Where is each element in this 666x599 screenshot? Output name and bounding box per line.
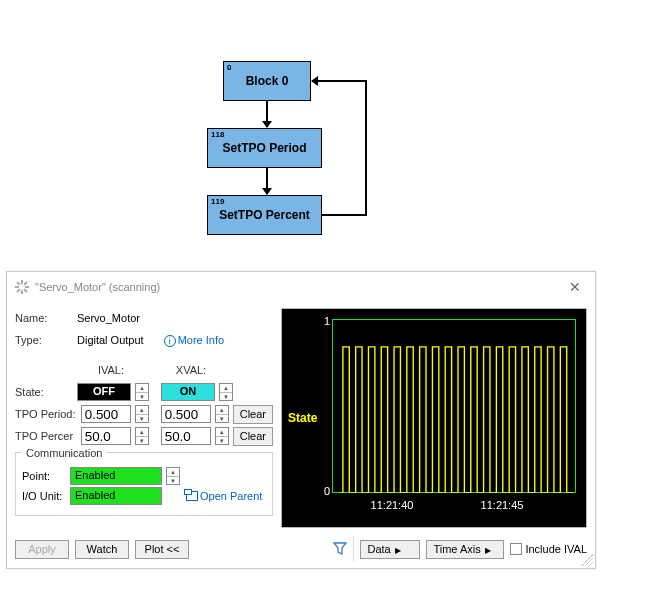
chart-ytick: 0 <box>324 485 330 497</box>
connector-line <box>365 80 367 216</box>
diagram-block[interactable]: 0 Block 0 <box>223 61 311 101</box>
clear-period-button[interactable]: Clear <box>233 405 273 424</box>
chart-xtick: 11:21:40 <box>371 499 414 511</box>
resize-grip[interactable] <box>581 554 593 566</box>
state-label: State: <box>15 386 73 398</box>
data-button[interactable]: Data ▶ <box>360 540 420 559</box>
arrow-icon <box>266 101 268 127</box>
tpo-percent-ival-stepper[interactable]: ▲▼ <box>135 427 149 445</box>
state-xval-stepper[interactable]: ▲▼ <box>219 383 233 401</box>
connector-line <box>322 214 366 216</box>
block-id: 119 <box>211 197 224 206</box>
tpo-period-xval-stepper[interactable]: ▲▼ <box>215 405 229 423</box>
name-label: Name: <box>15 312 73 324</box>
type-label: Type: <box>15 334 73 346</box>
dialog-title: "Servo_Motor" (scanning) <box>35 281 160 293</box>
block-id: 118 <box>211 130 224 139</box>
state-xval-value: ON <box>161 383 215 401</box>
point-label: Point: <box>22 470 66 482</box>
diagram-block[interactable]: 118 SetTPO Period <box>207 128 322 168</box>
xval-header: XVAL: <box>157 364 225 376</box>
tpo-period-label: TPO Period: <box>15 408 77 420</box>
point-stepper[interactable]: ▲▼ <box>166 467 180 485</box>
filter-icon[interactable] <box>333 542 347 556</box>
open-parent-link[interactable]: Open Parent <box>186 490 262 502</box>
more-info-link[interactable]: iMore Info <box>164 334 224 347</box>
apply-button[interactable]: Apply <box>15 540 69 559</box>
open-parent-icon <box>186 491 198 501</box>
diagram-block[interactable]: 119 SetTPO Percent <box>207 195 322 235</box>
type-value: Digital Output <box>77 334 144 346</box>
chart-xtick: 11:21:45 <box>481 499 524 511</box>
state-ival-stepper[interactable]: ▲▼ <box>135 383 149 401</box>
tpo-percent-xval-input[interactable] <box>161 427 211 445</box>
io-unit-label: I/O Unit: <box>22 490 66 502</box>
arrow-icon <box>312 80 366 82</box>
communication-legend: Communication <box>22 447 106 459</box>
tpo-period-ival-stepper[interactable]: ▲▼ <box>135 405 149 423</box>
state-ival-value: OFF <box>77 383 131 401</box>
include-ival-checkbox[interactable]: Include IVAL <box>510 543 587 555</box>
tpo-percent-ival-input[interactable] <box>81 427 131 445</box>
tpo-period-ival-input[interactable] <box>81 405 131 423</box>
triangle-right-icon: ▶ <box>483 546 491 555</box>
block-label: SetTPO Percent <box>208 208 321 222</box>
watch-button[interactable]: Watch <box>75 540 129 559</box>
block-id: 0 <box>227 63 231 72</box>
block-label: SetTPO Period <box>208 141 321 155</box>
ival-header: IVAL: <box>77 364 145 376</box>
tpo-percent-xval-stepper[interactable]: ▲▼ <box>215 427 229 445</box>
point-value: Enabled <box>70 467 162 485</box>
info-icon: i <box>164 335 176 347</box>
time-axis-button[interactable]: Time Axis ▶ <box>426 540 504 559</box>
triangle-right-icon: ▶ <box>393 546 401 555</box>
clear-percent-button[interactable]: Clear <box>233 427 273 446</box>
chart-ytick: 1 <box>324 315 330 327</box>
close-button[interactable]: ✕ <box>563 277 587 297</box>
properties-dialog: "Servo_Motor" (scanning) ✕ Name: Servo_M… <box>6 271 596 569</box>
scanning-icon <box>15 280 29 294</box>
tpo-percent-label: TPO Percer <box>15 430 77 442</box>
arrow-icon <box>266 168 268 194</box>
state-chart[interactable]: State 1 0 11:21:40 11:21:45 <box>281 308 587 528</box>
communication-group: Communication Point: Enabled ▲▼ I/O Unit… <box>15 452 273 516</box>
block-label: Block 0 <box>224 74 310 88</box>
io-unit-value: Enabled <box>70 487 162 505</box>
plot-button[interactable]: Plot << <box>135 540 189 559</box>
tpo-period-xval-input[interactable] <box>161 405 211 423</box>
chart-ylabel: State <box>288 411 317 425</box>
name-value: Servo_Motor <box>77 312 140 324</box>
